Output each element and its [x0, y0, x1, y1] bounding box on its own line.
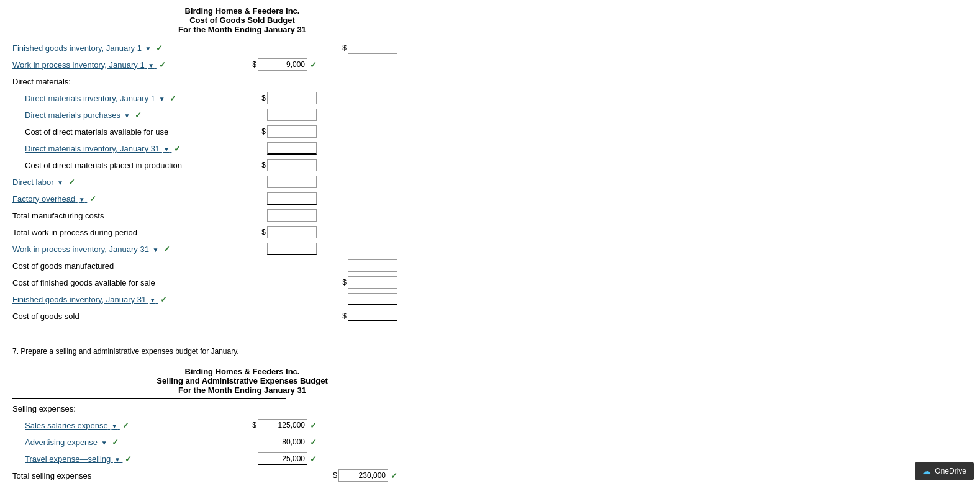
finished-goods-jan31-input[interactable]	[348, 293, 397, 305]
dm-purchases-link[interactable]: Direct materials purchases ▼	[25, 110, 132, 120]
wip-jan1-dollar: $	[252, 60, 256, 69]
selling-admin-title: Selling and Administrative Expenses Budg…	[12, 376, 472, 385]
dm-inv-jan1-input[interactable]	[267, 92, 317, 104]
dm-purchases-input[interactable]	[267, 109, 317, 121]
factory-overhead-dropdown[interactable]: ▼	[79, 196, 85, 203]
cost-dm-production-input[interactable]	[267, 159, 317, 171]
cost-goods-mfg-input[interactable]	[348, 259, 397, 272]
direct-labor-input[interactable]	[267, 176, 317, 188]
finished-goods-jan1-input[interactable]	[348, 42, 397, 54]
sales-salaries-dropdown[interactable]: ▼	[111, 423, 117, 430]
total-wip-input[interactable]	[267, 226, 317, 238]
travel-value-check: ✓	[310, 454, 317, 464]
dm-inv-jan1-link[interactable]: Direct materials inventory, January 1 ▼	[25, 94, 167, 103]
cost-finished-goods-sale-dollar: $	[342, 278, 347, 287]
advertising-input[interactable]: 80,000	[258, 436, 307, 448]
cost-dm-available-dollar: $	[261, 127, 266, 136]
cost-goods-sold-dollar: $	[342, 312, 347, 320]
wip-jan31-check: ✓	[163, 245, 170, 254]
direct-labor-link[interactable]: Direct labor ▼	[12, 178, 66, 187]
dm-inv-jan31-input[interactable]	[267, 142, 317, 155]
wip-jan1-link[interactable]: Work in process inventory, January 1 ▼	[12, 60, 157, 70]
total-mfg-costs-label: Total manufacturing costs	[12, 211, 104, 220]
cogs-period: For the Month Ending January 31	[12, 25, 472, 34]
factory-overhead-link[interactable]: Factory overhead ▼	[12, 194, 87, 204]
dm-purchases-dropdown[interactable]: ▼	[124, 112, 130, 119]
total-selling-label: Total selling expenses	[12, 471, 91, 480]
finished-goods-dropdown-icon[interactable]: ▼	[145, 45, 152, 52]
finished-goods-jan1-dollar: $	[342, 43, 347, 52]
cost-goods-sold-label: Cost of goods sold	[12, 312, 79, 321]
finished-goods-jan1-check: ✓	[156, 43, 163, 53]
direct-labor-dropdown[interactable]: ▼	[57, 179, 63, 186]
onedrive-badge: ☁ OneDrive	[915, 462, 974, 480]
wip-jan1-value-check: ✓	[310, 60, 317, 70]
cost-dm-available-label: Cost of direct materials available for u…	[25, 127, 168, 137]
wip-jan1-dropdown-icon[interactable]: ▼	[148, 62, 154, 69]
wip-jan1-input[interactable]: 9,000	[258, 58, 307, 71]
direct-labor-check: ✓	[68, 178, 75, 187]
dm-inv-jan1-dropdown[interactable]: ▼	[159, 96, 165, 102]
dm-inv-jan1-check: ✓	[170, 94, 176, 103]
wip-jan31-link[interactable]: Work in process inventory, January 31 ▼	[12, 245, 161, 254]
sales-salaries-dollar: $	[252, 421, 256, 430]
cost-goods-mfg-label: Cost of goods manufactured	[12, 261, 114, 271]
total-wip-label: Total work in process during period	[12, 228, 137, 237]
direct-materials-header: Direct materials:	[12, 77, 71, 86]
total-wip-dollar: $	[261, 228, 266, 236]
cost-goods-sold-input[interactable]	[348, 310, 397, 322]
advertising-value-check: ✓	[310, 438, 317, 447]
sales-salaries-input[interactable]: 125,000	[258, 419, 307, 431]
finished-goods-jan31-link[interactable]: Finished goods inventory, January 31 ▼	[12, 295, 158, 304]
advertising-dropdown[interactable]: ▼	[101, 439, 107, 446]
cost-finished-goods-sale-input[interactable]	[348, 276, 397, 289]
dm-inv-jan1-dollar: $	[261, 94, 266, 102]
finished-goods-jan31-dropdown[interactable]: ▼	[150, 297, 156, 304]
advertising-link[interactable]: Advertising expense ▼	[25, 438, 109, 447]
total-selling-dollar: $	[333, 471, 337, 480]
dm-inv-jan31-check: ✓	[174, 144, 181, 153]
advertising-check: ✓	[112, 438, 119, 447]
travel-input[interactable]: 25,000	[258, 452, 307, 465]
factory-overhead-input[interactable]	[267, 192, 317, 205]
finished-goods-jan1-link[interactable]: Finished goods inventory, January 1 ▼	[12, 43, 153, 53]
wip-jan1-check: ✓	[159, 60, 166, 70]
cost-dm-available-input[interactable]	[267, 125, 317, 138]
company-name: Birding Homes & Feeders Inc.	[12, 6, 472, 16]
sales-salaries-link[interactable]: Sales salaries expense ▼	[25, 421, 120, 430]
selling-admin-note: 7. Prepare a selling and administrative …	[12, 347, 239, 356]
cost-dm-production-dollar: $	[261, 161, 266, 169]
travel-dropdown[interactable]: ▼	[114, 456, 120, 463]
finished-goods-jan31-check: ✓	[160, 295, 167, 304]
dm-inv-jan31-dropdown[interactable]: ▼	[163, 146, 170, 153]
cogs-budget-title: Cost of Goods Sold Budget	[12, 16, 472, 25]
sales-salaries-value-check: ✓	[310, 421, 317, 430]
dm-inv-jan31-link[interactable]: Direct materials inventory, January 31 ▼	[25, 144, 171, 153]
wip-jan31-dropdown[interactable]: ▼	[153, 246, 159, 253]
wip-jan31-input[interactable]	[267, 243, 317, 255]
cost-dm-production-label: Cost of direct materials placed in produ…	[25, 161, 182, 170]
dm-purchases-check: ✓	[135, 110, 142, 120]
onedrive-label: OneDrive	[935, 467, 966, 475]
total-mfg-costs-input[interactable]	[267, 209, 317, 222]
travel-link[interactable]: Travel expense—selling ▼	[25, 454, 122, 464]
total-selling-input[interactable]: 230,000	[338, 469, 388, 482]
travel-check: ✓	[125, 454, 132, 464]
selling-admin-company: Birding Homes & Feeders Inc.	[12, 367, 472, 376]
factory-overhead-check: ✓	[89, 194, 96, 204]
selling-admin-period: For the Month Ending January 31	[12, 385, 472, 395]
total-selling-value-check: ✓	[391, 471, 397, 480]
selling-expenses-header: Selling expenses:	[12, 404, 76, 413]
onedrive-icon: ☁	[922, 466, 931, 476]
cost-finished-goods-sale-label: Cost of finished goods available for sal…	[12, 278, 155, 287]
sales-salaries-check: ✓	[122, 421, 129, 430]
